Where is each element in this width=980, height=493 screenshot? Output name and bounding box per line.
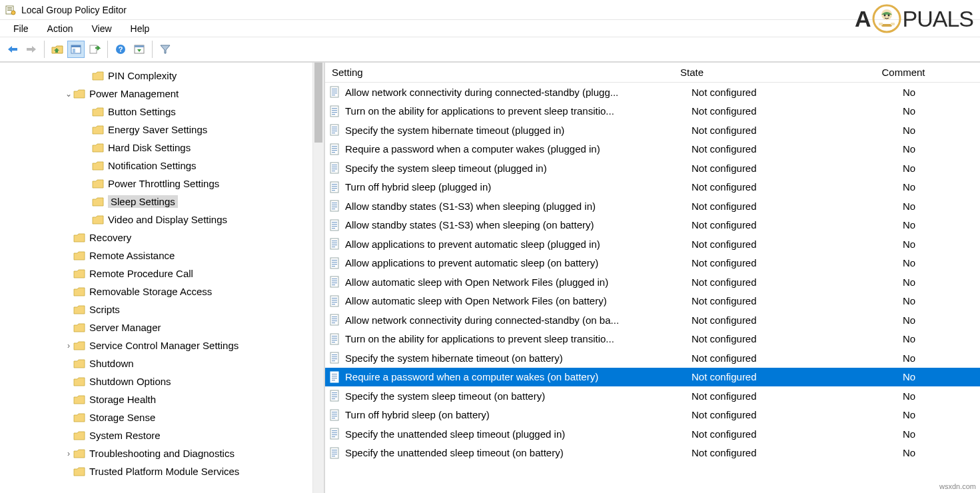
toolbar: ?	[0, 37, 980, 63]
svg-rect-50	[330, 220, 338, 231]
policy-state: Not configured	[692, 276, 838, 288]
tree-item[interactable]: ·Remote Procedure Call	[0, 264, 324, 282]
tree-item[interactable]: ·Sleep Settings	[0, 193, 324, 211]
svg-rect-73	[332, 302, 337, 302]
policy-row[interactable]: Specify the system hibernate timeout (on…	[325, 348, 980, 368]
watermark-logo: A PUALS	[855, 4, 973, 33]
tree-item-label: Shutdown Options	[89, 376, 171, 387]
policy-row[interactable]: Allow applications to prevent automatic …	[325, 235, 980, 254]
policy-row[interactable]: Require a password when a computer wakes…	[325, 368, 980, 387]
policy-row[interactable]: Allow automatic sleep with Open Network …	[325, 292, 980, 311]
svg-rect-114	[332, 456, 335, 456]
policy-name: Turn on the ability for applications to …	[345, 105, 692, 117]
policy-comment: No	[838, 276, 980, 288]
back-button[interactable]	[4, 41, 21, 58]
tree-item[interactable]: ·Remote Assistance	[0, 246, 324, 264]
tree-scrollbar[interactable]	[312, 63, 324, 493]
tree-item[interactable]: ·Video and Display Settings	[0, 211, 324, 229]
policy-row[interactable]: Allow applications to prevent automatic …	[325, 254, 980, 273]
svg-rect-95	[330, 390, 338, 401]
tree-item[interactable]: ·Scripts	[0, 300, 324, 318]
tree-item[interactable]: ·Energy Saver Settings	[0, 121, 324, 139]
menu-view[interactable]: View	[83, 22, 119, 35]
tree-item[interactable]: ·System Restore	[0, 426, 324, 444]
tree-item-label: PIN Complexity	[108, 70, 177, 81]
properties-button[interactable]	[67, 41, 85, 58]
tree-item-label: Remote Procedure Call	[89, 268, 193, 279]
policy-state: Not configured	[692, 257, 838, 268]
show-hide-button[interactable]	[131, 41, 148, 58]
tree-item[interactable]: ·Trusted Platform Module Services	[0, 462, 324, 480]
tree-item[interactable]: ·Shutdown	[0, 354, 324, 372]
tree-item[interactable]: ·Storage Health	[0, 390, 324, 408]
tree-item[interactable]: ›Troubleshooting and Diagnostics	[0, 444, 324, 462]
policy-row[interactable]: Turn on the ability for applications to …	[325, 102, 980, 121]
export-button[interactable]	[86, 41, 103, 58]
tree-item[interactable]: ·Recovery	[0, 229, 324, 246]
policy-name: Allow network connectivity during connec…	[345, 314, 692, 326]
svg-rect-80	[330, 334, 338, 344]
column-comment[interactable]: Comment	[827, 67, 980, 78]
menu-help[interactable]: Help	[123, 22, 158, 35]
tree-item[interactable]: ·Hard Disk Settings	[0, 139, 324, 157]
policy-row[interactable]: Specify the unattended sleep timeout (on…	[325, 444, 980, 463]
policy-name: Specify the system hibernate timeout (on…	[345, 352, 692, 364]
collapse-icon[interactable]: ⌄	[64, 89, 73, 99]
policy-row[interactable]: Require a password when a computer wakes…	[325, 140, 980, 159]
policy-row[interactable]: Specify the system sleep timeout (plugge…	[325, 159, 980, 178]
folder-icon	[92, 197, 104, 207]
svg-rect-26	[332, 127, 337, 127]
tree-item[interactable]: ·Removable Storage Access	[0, 282, 324, 300]
filter-button[interactable]	[157, 41, 174, 58]
policy-row[interactable]: Turn off hybrid sleep (on battery)Not co…	[325, 406, 980, 425]
policy-state: Not configured	[692, 333, 838, 344]
policy-state: Not configured	[692, 105, 838, 117]
menu-action[interactable]: Action	[39, 22, 81, 35]
tree-item[interactable]: ›Service Control Manager Settings	[0, 336, 324, 354]
tree-item[interactable]: ·Power Throttling Settings	[0, 175, 324, 193]
column-state[interactable]: State	[680, 67, 827, 78]
tree-item[interactable]: ·Notification Settings	[0, 157, 324, 175]
policy-row[interactable]: Allow standby states (S1-S3) when sleepi…	[325, 197, 980, 216]
svg-rect-30	[330, 144, 338, 155]
policy-comment: No	[838, 163, 980, 174]
policy-row[interactable]: Specify the unattended sleep timeout (pl…	[325, 424, 980, 444]
policy-row[interactable]: Turn off hybrid sleep (plugged in)Not co…	[325, 178, 980, 197]
svg-rect-101	[332, 412, 337, 412]
tree-item[interactable]: ·Storage Sense	[0, 408, 324, 426]
svg-rect-70	[330, 296, 338, 306]
svg-rect-100	[330, 410, 338, 420]
policy-row[interactable]: Allow network connectivity during connec…	[325, 83, 980, 102]
tree-item[interactable]: ·Shutdown Options	[0, 372, 324, 390]
tree-item[interactable]: ·Button Settings	[0, 103, 324, 121]
forward-button[interactable]	[23, 41, 40, 58]
help-button[interactable]: ?	[112, 41, 129, 58]
policy-icon	[329, 428, 341, 440]
policy-row[interactable]: Allow automatic sleep with Open Network …	[325, 272, 980, 292]
policy-state: Not configured	[692, 371, 838, 382]
svg-rect-96	[332, 392, 337, 393]
menu-file[interactable]: File	[5, 22, 37, 35]
policy-comment: No	[838, 447, 980, 458]
tree-item-label: Server Manager	[89, 322, 161, 333]
policy-row[interactable]: Allow network connectivity during connec…	[325, 310, 980, 330]
column-setting[interactable]: Setting	[332, 67, 680, 78]
tree-item[interactable]: ⌄Power Management	[0, 85, 324, 103]
policy-row[interactable]: Specify the system sleep timeout (on bat…	[325, 386, 980, 406]
svg-rect-19	[332, 95, 335, 95]
policy-name: Allow network connectivity during connec…	[345, 87, 692, 98]
tree-item[interactable]: ·Server Manager	[0, 318, 324, 336]
svg-rect-6	[27, 48, 33, 51]
policy-row[interactable]: Allow standby states (S1-S3) when sleepi…	[325, 216, 980, 235]
folder-icon	[92, 179, 104, 189]
policy-comment: No	[838, 125, 980, 136]
tree-item[interactable]: ·PIN Complexity	[0, 67, 324, 85]
folder-icon	[73, 358, 85, 369]
expand-icon[interactable]: ›	[64, 449, 73, 458]
expand-icon[interactable]: ›	[64, 341, 73, 350]
up-folder-button[interactable]	[49, 41, 66, 58]
scrollbar-thumb[interactable]	[314, 63, 322, 143]
policy-row[interactable]: Specify the system hibernate timeout (pl…	[325, 121, 980, 140]
policy-row[interactable]: Turn on the ability for applications to …	[325, 330, 980, 349]
svg-rect-23	[332, 112, 337, 113]
